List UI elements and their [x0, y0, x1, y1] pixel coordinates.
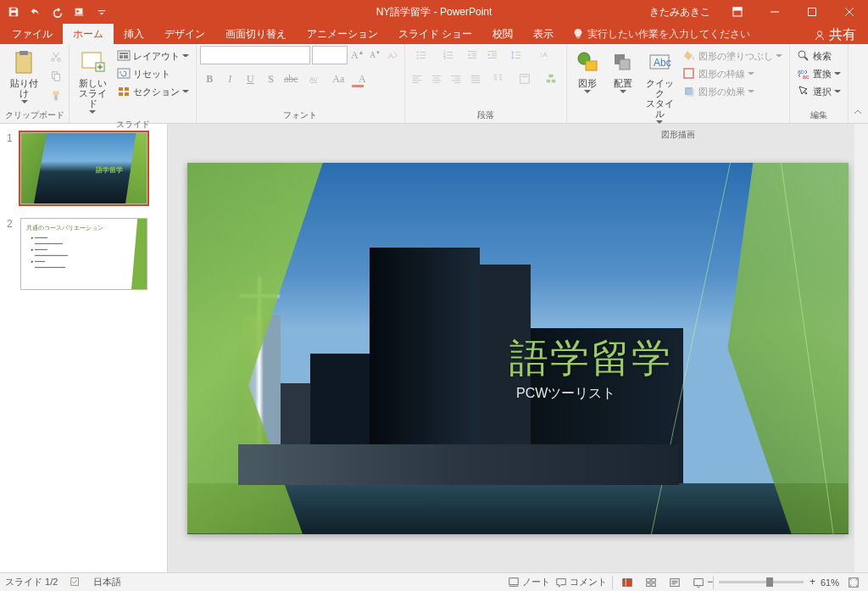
- increase-font-button[interactable]: A▲: [349, 46, 365, 64]
- comments-toggle[interactable]: コメント: [555, 575, 607, 590]
- minimize-button[interactable]: [756, 0, 793, 24]
- tab-review[interactable]: 校閲: [482, 24, 523, 44]
- reset-button[interactable]: リセット: [114, 65, 192, 82]
- select-button[interactable]: 選択: [793, 83, 844, 100]
- char-spacing-button[interactable]: AV: [302, 70, 327, 88]
- reading-view-button[interactable]: [665, 575, 684, 590]
- tab-insert[interactable]: 挿入: [114, 24, 154, 44]
- change-case-button[interactable]: Aa: [329, 70, 348, 88]
- slide-counter[interactable]: スライド 1/2: [5, 576, 58, 588]
- thumbnail-1[interactable]: 1 語学留学: [0, 129, 167, 215]
- section-button[interactable]: セクション: [114, 83, 192, 100]
- bold-button[interactable]: B: [200, 70, 219, 88]
- slideshow-view-button[interactable]: [689, 575, 708, 590]
- font-size-input[interactable]: [312, 46, 348, 64]
- tab-animations[interactable]: アニメーション: [297, 24, 388, 44]
- bullets-button[interactable]: [409, 46, 434, 64]
- decrease-font-button[interactable]: A▼: [367, 46, 383, 64]
- zoom-slider[interactable]: − +: [719, 581, 804, 583]
- ribbon-tabs: ファイル ホーム 挿入 デザイン 画面切り替え アニメーション スライド ショー…: [0, 24, 868, 44]
- format-painter-button[interactable]: [47, 86, 65, 105]
- normal-view-button[interactable]: [618, 575, 637, 590]
- close-button[interactable]: [831, 0, 868, 24]
- font-name-input[interactable]: [200, 46, 310, 64]
- slide-title-text[interactable]: 語学留学: [509, 332, 672, 385]
- numbering-button[interactable]: 123: [436, 46, 461, 64]
- shadow-button[interactable]: S: [261, 70, 280, 88]
- share-button[interactable]: 共有: [814, 26, 868, 44]
- tab-home[interactable]: ホーム: [63, 24, 114, 44]
- decrease-indent-button[interactable]: [463, 46, 481, 64]
- title-bar: NY語学留学 - PowerPoint きたみあきこ: [0, 0, 868, 24]
- justify-button[interactable]: [467, 70, 485, 88]
- thumbnail-preview[interactable]: 共通のコースバリエーション ▸ ━━━━━ ━━━━━━━━━━━ ▸ ━━━━…: [20, 218, 147, 290]
- tab-slideshow[interactable]: スライド ショー: [388, 24, 482, 44]
- slide-sorter-button[interactable]: [642, 575, 660, 590]
- replace-button[interactable]: abac置換: [793, 65, 844, 82]
- strikethrough-button[interactable]: abc: [281, 70, 300, 88]
- align-right-button[interactable]: [448, 70, 465, 88]
- arrange-button[interactable]: 配置: [606, 46, 640, 97]
- svg-point-32: [416, 58, 418, 59]
- thumbnail-preview[interactable]: 語学留学: [20, 132, 147, 204]
- shape-effects-button[interactable]: 図形の効果: [679, 83, 786, 100]
- qat-customize-button[interactable]: [92, 2, 112, 22]
- font-color-button[interactable]: A: [349, 70, 375, 88]
- layout-button[interactable]: レイアウト: [114, 47, 192, 64]
- zoom-in-button[interactable]: +: [810, 576, 815, 588]
- align-center-button[interactable]: [428, 70, 446, 88]
- align-left-button[interactable]: [409, 70, 426, 88]
- cut-button[interactable]: [47, 47, 65, 66]
- redo-button[interactable]: [47, 2, 68, 22]
- zoom-out-button[interactable]: −: [707, 576, 713, 588]
- zoom-level[interactable]: 61%: [821, 577, 839, 588]
- shape-outline-button[interactable]: 図形の枠線: [679, 65, 786, 82]
- spell-check-indicator[interactable]: [70, 576, 81, 589]
- undo-button[interactable]: [25, 2, 46, 22]
- user-name[interactable]: きたみあきこ: [649, 5, 710, 20]
- group-paragraph: 123 ↕A 段落: [405, 44, 568, 123]
- underline-button[interactable]: U: [241, 70, 259, 88]
- line-spacing-button[interactable]: [504, 46, 529, 64]
- shapes-icon: [574, 49, 601, 76]
- slide-thumbnail-panel[interactable]: 1 語学留学 2 共通のコースバリエーション ▸ ━━━━━ ━━━━━━━━━…: [0, 124, 168, 572]
- notes-toggle[interactable]: ノート: [508, 575, 550, 590]
- shapes-button[interactable]: 図形: [570, 46, 604, 97]
- svg-rect-105: [694, 578, 704, 585]
- start-from-beginning-button[interactable]: [70, 2, 90, 22]
- quick-styles-button[interactable]: Abc クイック スタイル: [642, 46, 677, 127]
- columns-button[interactable]: [487, 70, 511, 88]
- vertical-scrollbar[interactable]: [854, 124, 868, 572]
- fit-to-window-button[interactable]: [844, 575, 863, 590]
- tell-me-search[interactable]: 実行したい作業を入力してください: [564, 24, 760, 44]
- quick-styles-icon: Abc: [646, 49, 673, 76]
- language-indicator[interactable]: 日本語: [93, 576, 121, 588]
- zoom-slider-handle[interactable]: [766, 577, 773, 587]
- new-slide-button[interactable]: 新しい スライド: [73, 46, 112, 117]
- maximize-button[interactable]: [793, 0, 831, 24]
- save-button[interactable]: [3, 2, 24, 22]
- align-center-icon: [431, 73, 442, 85]
- slide-editor-area[interactable]: 語学留学 PCWツーリスト: [168, 124, 868, 572]
- italic-button[interactable]: I: [220, 70, 239, 88]
- text-direction-button[interactable]: ↕A: [531, 46, 556, 64]
- svg-rect-19: [120, 55, 123, 59]
- tab-view[interactable]: 表示: [523, 24, 564, 44]
- find-button[interactable]: 検索: [793, 47, 844, 64]
- align-text-button[interactable]: [513, 70, 537, 88]
- paste-button[interactable]: 貼り付け: [3, 46, 45, 107]
- thumbnail-2[interactable]: 2 共通のコースバリエーション ▸ ━━━━━ ━━━━━━━━━━━ ▸ ━━…: [0, 215, 167, 300]
- shape-fill-button[interactable]: 図形の塗りつぶし: [679, 47, 786, 64]
- svg-rect-25: [125, 92, 129, 96]
- slide-canvas[interactable]: 語学留学 PCWツーリスト: [187, 163, 849, 534]
- tab-design[interactable]: デザイン: [154, 24, 215, 44]
- smartart-button[interactable]: [538, 70, 563, 88]
- copy-button[interactable]: [47, 67, 65, 86]
- collapse-ribbon-button[interactable]: [849, 44, 868, 123]
- clear-formatting-button[interactable]: A: [385, 46, 401, 64]
- tab-file[interactable]: ファイル: [2, 24, 63, 44]
- tab-transitions[interactable]: 画面切り替え: [215, 24, 297, 44]
- increase-indent-button[interactable]: [483, 46, 502, 64]
- slide-subtitle-text[interactable]: PCWツーリスト: [516, 385, 615, 403]
- ribbon-display-options-button[interactable]: [719, 0, 756, 24]
